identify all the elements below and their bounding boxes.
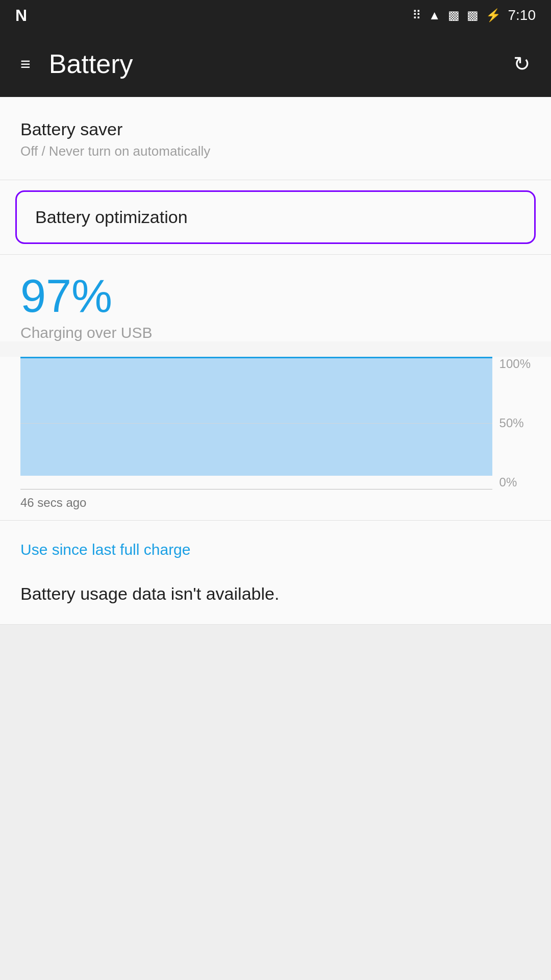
battery-optimization-box[interactable]: Battery optimization	[15, 190, 536, 244]
battery-percentage: 97%	[20, 273, 531, 319]
wifi-icon: ▲	[429, 8, 441, 22]
battery-optimization-section: Battery optimization	[0, 180, 551, 255]
battery-optimization-label: Battery optimization	[35, 207, 188, 227]
battery-usage-unavailable-text: Battery usage data isn't available.	[20, 584, 279, 603]
content-area: Battery saver Off / Never turn on automa…	[0, 97, 551, 980]
battery-usage-section: Battery usage data isn't available.	[0, 564, 551, 625]
status-bar-left: N	[15, 6, 27, 25]
battery-charging-status: Charging over USB	[20, 324, 531, 341]
bottom-empty-area	[0, 625, 551, 980]
use-since-section: Use since last full charge	[0, 520, 551, 564]
status-bar-right: ⠿ ▲ ▩ ▩ ⚡ 7:10	[412, 7, 536, 23]
battery-chart-container: 100% 50% 0% 46 secs ago	[0, 357, 551, 520]
chart-time-ago: 46 secs ago	[20, 496, 531, 520]
chart-label-100: 100%	[499, 357, 531, 371]
status-bar: N ⠿ ▲ ▩ ▩ ⚡ 7:10	[0, 0, 551, 31]
battery-percent-section: 97% Charging over USB	[0, 255, 551, 341]
chart-label-50: 50%	[499, 416, 531, 430]
battery-saver-subtitle: Off / Never turn on automatically	[20, 143, 531, 159]
chart-label-0: 0%	[499, 475, 531, 489]
signal-icon-1: ▩	[448, 8, 460, 22]
top-bar-left: ≡ Battery	[20, 48, 133, 79]
use-since-link[interactable]: Use since last full charge	[20, 541, 191, 558]
vibrate-icon: ⠿	[412, 8, 421, 22]
page-title: Battery	[49, 48, 133, 79]
chart-area: 100% 50% 0%	[20, 357, 531, 489]
chart-midline	[20, 423, 492, 424]
status-time: 7:10	[508, 7, 536, 23]
hamburger-menu-icon[interactable]: ≡	[20, 54, 31, 74]
chart-fill	[20, 357, 492, 476]
chart-graph	[20, 357, 492, 489]
signal-icon-2: ▩	[467, 8, 479, 22]
app-logo: N	[15, 6, 27, 25]
chart-labels: 100% 50% 0%	[492, 357, 531, 489]
battery-saver-title: Battery saver	[20, 119, 531, 139]
refresh-icon[interactable]: ↻	[513, 52, 531, 76]
top-app-bar: ≡ Battery ↻	[0, 31, 551, 97]
battery-saver-section[interactable]: Battery saver Off / Never turn on automa…	[0, 97, 551, 180]
battery-charging-icon: ⚡	[486, 8, 501, 22]
